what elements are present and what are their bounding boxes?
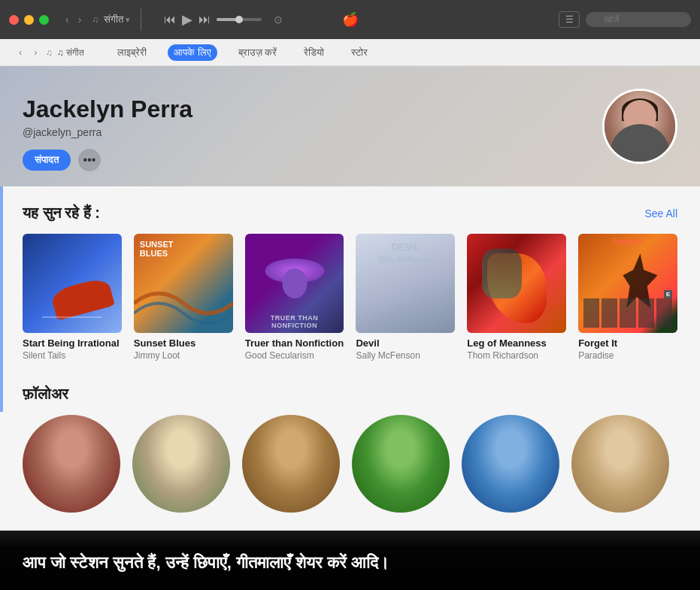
art-car-decoration	[50, 276, 115, 320]
album-art-6: Forget It E	[578, 234, 677, 333]
followers-grid	[23, 415, 677, 513]
transport-controls: ⏮ ▶ ⏭ ⊙	[164, 11, 283, 28]
profile-handle: @jackelyn_perra	[23, 126, 677, 138]
title-bar: ‹ › ♫ संगीत ▾ ⏮ ▶ ⏭ ⊙ 🍎 ☰ 🔍	[0, 0, 700, 39]
back-arrow[interactable]: ‹	[62, 12, 72, 27]
album-artist-2: Jimmy Loot	[134, 350, 233, 362]
listening-title: यह सुन रहे हैं :	[23, 204, 100, 222]
profile-actions: संपादत •••	[23, 149, 677, 171]
album-art-2: SUNSETBLUES	[134, 234, 233, 333]
follower-avatar-4[interactable]	[352, 415, 450, 513]
search-input[interactable]	[586, 12, 691, 27]
bottom-overlay: आप जो स्टेशन सुनते हैं, उन्हें छिपाएँ, ग…	[0, 529, 700, 590]
divider	[141, 8, 141, 31]
profile-name: Jackelyn Perra	[23, 95, 677, 123]
maximize-button[interactable]	[39, 15, 49, 25]
nav-back[interactable]: ‹	[15, 45, 26, 59]
category-label: संगीत	[104, 14, 123, 26]
album-artist-4: Sally McFenson	[356, 350, 455, 362]
follower-avatar-2[interactable]	[132, 415, 230, 513]
play-button[interactable]: ▶	[182, 11, 192, 28]
tab-foryou[interactable]: आपके लिए	[168, 44, 217, 61]
main-content: यह सुन रहे हैं : See All Start Being Irr…	[0, 186, 700, 531]
see-all-button[interactable]: See All	[644, 207, 677, 219]
follower-avatar-3[interactable]	[242, 415, 340, 513]
album-title-1: Start Being Irrational	[23, 337, 122, 350]
tab-library[interactable]: लाइब्रेरी	[111, 44, 153, 61]
apple-logo: 🍎	[342, 11, 359, 28]
followers-title: फ़ॉलोअर	[23, 386, 677, 403]
devil-text: DEVILSally McFenson	[356, 241, 455, 265]
album-item-5[interactable]: Leg of Meanness Thom Richardson	[467, 234, 566, 362]
album-art-4: DEVILSally McFenson	[356, 234, 455, 333]
nav-tabs: लाइब्रेरी आपके लिए ब्राउज़ करें रेडियो स…	[111, 44, 374, 61]
volume-thumb	[235, 16, 243, 23]
follower-avatar-5[interactable]	[462, 415, 559, 513]
tab-browse[interactable]: ब्राउज़ करें	[232, 44, 283, 61]
more-button[interactable]: •••	[78, 149, 101, 171]
search-wrapper: 🔍	[586, 12, 691, 27]
albums-grid: Start Being Irrational Silent Tails SUNS…	[23, 234, 677, 362]
album-item-6[interactable]: Forget It E Forget It Paradise	[578, 234, 677, 362]
avatar-body	[610, 124, 670, 162]
album-item-2[interactable]: SUNSETBLUES Sunset Blues Jimmy Loot	[134, 234, 233, 362]
sunset-text: SUNSETBLUES	[140, 240, 174, 258]
album-artist-3: Good Secularism	[245, 350, 344, 362]
album-item-4[interactable]: DEVILSally McFenson Devil Sally McFenson	[356, 234, 455, 362]
album-art-3: TRUER THAN NONFICTION	[245, 234, 344, 333]
bottom-overlay-text: आप जो स्टेशन सुनते हैं, उन्हें छिपाएँ, ग…	[23, 552, 677, 575]
followers-section: फ़ॉलोअर	[23, 386, 677, 513]
follower-avatar-1[interactable]	[23, 415, 120, 513]
minimize-button[interactable]	[24, 15, 34, 25]
breadcrumb: ♫ संगीत ▾	[92, 14, 130, 26]
listening-section-header: यह सुन रहे हैं : See All	[23, 204, 677, 222]
album-title-4: Devil	[356, 337, 455, 350]
fast-forward-button[interactable]: ⏭	[198, 13, 211, 26]
album-title-3: Truer than Nonfiction	[245, 337, 344, 350]
edit-button[interactable]: संपादत	[23, 150, 71, 171]
close-button[interactable]	[9, 15, 19, 25]
album-artist-1: Silent Tails	[23, 350, 122, 362]
nav-arrows: ‹ ›	[62, 12, 84, 27]
profile-header: Jackelyn Perra @jackelyn_perra संपादत ••…	[0, 66, 700, 186]
follower-avatar-6[interactable]	[571, 415, 669, 513]
tab-store[interactable]: स्टोर	[345, 44, 374, 61]
nav-bar: ‹ › ♫ ♫ संगीत लाइब्रेरी आपके लिए ब्राउज़…	[0, 39, 700, 66]
tab-radio[interactable]: रेडियो	[298, 44, 330, 61]
forward-arrow[interactable]: ›	[75, 12, 85, 27]
album-art-1	[23, 234, 122, 333]
profile-info: Jackelyn Perra @jackelyn_perra संपादत ••…	[23, 95, 677, 171]
nav-crumb: ♫ ♫ संगीत	[46, 47, 84, 58]
window-controls	[9, 15, 49, 25]
airplay-button[interactable]: ⊙	[274, 14, 283, 26]
volume-slider[interactable]	[217, 18, 262, 21]
album-title-5: Leg of Meanness	[467, 337, 566, 350]
profile-avatar	[602, 89, 677, 164]
album-art-5	[467, 234, 566, 333]
list-view-button[interactable]: ☰	[559, 11, 580, 28]
album-item-1[interactable]: Start Being Irrational Silent Tails	[23, 234, 122, 362]
right-controls: ☰ 🔍	[559, 11, 691, 28]
album-title-2: Sunset Blues	[134, 337, 233, 350]
nav-forward[interactable]: ›	[30, 45, 41, 59]
left-edge-indicator	[0, 186, 3, 412]
album-artist-5: Thom Richardson	[467, 350, 566, 362]
album-title-6: Forget It	[578, 337, 677, 350]
album-item-3[interactable]: TRUER THAN NONFICTION Truer than Nonfict…	[245, 234, 344, 362]
art-nonfiction-text: TRUER THAN NONFICTION	[249, 314, 341, 329]
crumb-label: ♫ संगीत	[57, 47, 84, 58]
forget-text: Forget It	[582, 238, 674, 246]
avatar-image	[605, 91, 675, 162]
rewind-button[interactable]: ⏮	[164, 13, 176, 26]
album-artist-6: Paradise	[578, 350, 677, 362]
